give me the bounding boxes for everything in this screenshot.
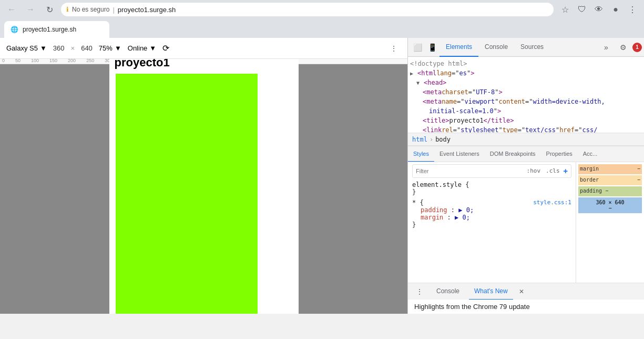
error-badge: 1	[632, 43, 642, 52]
add-style-button[interactable]: +	[564, 167, 568, 175]
dom-meta-viewport-2[interactable]: initial-scale=1.0" >	[408, 106, 644, 116]
bottom-tab-console[interactable]: Console	[431, 283, 465, 300]
tab-elements[interactable]: Elements	[439, 38, 478, 57]
forward-button[interactable]: →	[23, 2, 38, 17]
toolbar-more-button[interactable]: ⋮	[386, 41, 401, 56]
padding-box: padding −	[578, 186, 642, 196]
tab-bar: 🌐 proyecto1.surge.sh	[0, 19, 644, 38]
breadcrumb-html[interactable]: html	[412, 136, 427, 143]
styles-tab-dom-breakpoints[interactable]: DOM Breakpoints	[485, 146, 541, 162]
element-style-rule: element.style { }	[412, 181, 571, 196]
nav-bar: ← → ↻ ℹ No es seguro | proyecto1.surge.s…	[0, 0, 644, 19]
bottom-more-icon[interactable]: ⋮	[412, 284, 427, 299]
browser-chrome: ← → ↻ ℹ No es seguro | proyecto1.surge.s…	[0, 0, 644, 38]
url-separator: |	[113, 6, 114, 14]
dom-tree[interactable]: <!doctype html> ▶ <html lang="es" > ▼ <h…	[408, 57, 644, 133]
connection-selector[interactable]: Online ▼	[128, 44, 156, 52]
bottom-tab-whats-new[interactable]: What's New	[469, 283, 513, 300]
content-box: 360 × 640 −	[578, 197, 642, 213]
box-model-panel: margin − border − paddin	[576, 162, 644, 283]
css-source-link[interactable]: style.css:1	[533, 199, 571, 206]
dom-link[interactable]: <link rel="stylesheet" type="text/css" h…	[408, 125, 644, 133]
address-bar[interactable]: ℹ No es seguro | proyecto1.surge.sh	[61, 3, 554, 16]
expand-head[interactable]: ▼	[416, 80, 423, 86]
element-style-selector: element.style {	[412, 181, 469, 188]
bookmark-button[interactable]: ☆	[558, 2, 573, 17]
extension-btn-1[interactable]: 🛡	[575, 2, 589, 17]
close-whats-new-button[interactable]: ✕	[517, 287, 526, 296]
margin-val: ▶ 0;	[455, 214, 470, 221]
active-tab[interactable]: 🌐 proyecto1.surge.sh	[4, 21, 109, 38]
bottom-content: Highlights from the Chrome 79 update	[408, 300, 644, 314]
inspect-element-button[interactable]: ⬜	[410, 40, 425, 55]
filter-buttons: :hov .cls +	[525, 167, 568, 175]
filter-bar: :hov .cls +	[412, 164, 571, 178]
dom-head[interactable]: ▼ <head>	[408, 78, 644, 87]
styles-tab-event-listeners[interactable]: Event Listeners	[434, 146, 485, 162]
hov-filter-button[interactable]: :hov	[525, 167, 543, 175]
padding-val: ▶ 0;	[458, 206, 474, 214]
cls-filter-button[interactable]: .cls	[544, 167, 561, 175]
more-tabs-button[interactable]: »	[599, 40, 614, 55]
rotate-button[interactable]: ⟳	[162, 43, 169, 53]
styles-content: :hov .cls + element.style { } * {	[408, 162, 644, 283]
device-height[interactable]: 640	[81, 44, 93, 52]
tab-favicon: 🌐	[11, 26, 18, 33]
styles-panel: Styles Event Listeners DOM Breakpoints P…	[408, 146, 644, 283]
styles-tab-properties[interactable]: Properties	[541, 146, 578, 162]
margin-prop[interactable]: margin	[421, 214, 443, 221]
reload-button[interactable]: ↻	[42, 2, 57, 17]
styles-tab-accessibility[interactable]: Acc...	[578, 146, 603, 162]
page-content: proyecto1	[109, 51, 299, 314]
devtools-panel: ⬜ 📱 Elements Console Sources » ⚙ 1 <!doc…	[407, 38, 644, 314]
dom-doctype: <!doctype html>	[408, 59, 644, 68]
device-width[interactable]: 360	[53, 44, 65, 52]
extension-btn-3[interactable]: ●	[608, 2, 623, 17]
url-display: proyecto1.surge.sh	[118, 6, 176, 14]
devtools-tab-bar: ⬜ 📱 Elements Console Sources » ⚙ 1	[408, 38, 644, 57]
menu-button[interactable]: ⋮	[625, 2, 640, 17]
main-area: 050100150200250300 proyecto1 ⬜ 📱 Element…	[0, 38, 644, 314]
device-toggle-button[interactable]: 📱	[425, 40, 439, 55]
padding-prop[interactable]: padding	[421, 206, 447, 214]
toolbar-spacer: ⋮	[386, 41, 401, 56]
margin-box: margin −	[578, 164, 642, 174]
back-button[interactable]: ←	[4, 2, 19, 17]
border-box: border −	[578, 175, 642, 185]
css-rules-panel[interactable]: :hov .cls + element.style { } * {	[408, 162, 576, 283]
nav-icon-group: ☆ 🛡 👁 ● ⋮	[558, 2, 640, 17]
dimension-separator: ×	[71, 44, 75, 52]
green-box	[116, 74, 258, 314]
devtools-settings-button[interactable]: ⚙	[616, 40, 630, 55]
styles-tab-styles[interactable]: Styles	[408, 146, 434, 162]
devtools-tabs-right: » ⚙ 1	[599, 40, 642, 55]
expand-html[interactable]: ▶	[410, 71, 416, 76]
breadcrumb-body[interactable]: body	[435, 136, 451, 143]
universal-rule: * { style.css:1 padding : ▶ 0; margin : …	[412, 199, 571, 228]
bottom-tab-bar: ⋮ Console What's New ✕	[408, 283, 644, 300]
security-label: No es seguro	[72, 6, 109, 13]
dom-meta-charset[interactable]: <meta charset="UTF-8" >	[408, 87, 644, 97]
zoom-selector[interactable]: 75% ▼	[99, 44, 121, 52]
tab-console[interactable]: Console	[478, 38, 514, 57]
device-toolbar: Galaxy S5 ▼ 360 × 640 75% ▼ Online ▼ ⟳ ⋮	[0, 38, 407, 59]
security-icon: ℹ	[66, 6, 69, 13]
dom-html[interactable]: ▶ <html lang="es" >	[408, 68, 644, 78]
extension-btn-2[interactable]: 👁	[591, 2, 606, 17]
dom-meta-viewport[interactable]: <meta name="viewport" content="width=dev…	[408, 97, 644, 106]
device-selector[interactable]: Galaxy S5 ▼	[6, 44, 47, 52]
breadcrumb: html › body	[408, 133, 644, 146]
filter-input[interactable]	[416, 168, 522, 174]
dom-title[interactable]: <title>proyecto1</title>	[408, 116, 644, 125]
tab-title: proyecto1.surge.sh	[23, 26, 76, 33]
universal-selector: * {	[412, 199, 424, 206]
box-model: margin − border − paddin	[576, 162, 644, 215]
device-frame: proyecto1	[109, 51, 299, 314]
page-preview: 050100150200250300 proyecto1	[0, 38, 407, 314]
styles-tab-bar: Styles Event Listeners DOM Breakpoints P…	[408, 146, 644, 162]
tab-sources[interactable]: Sources	[514, 38, 550, 57]
